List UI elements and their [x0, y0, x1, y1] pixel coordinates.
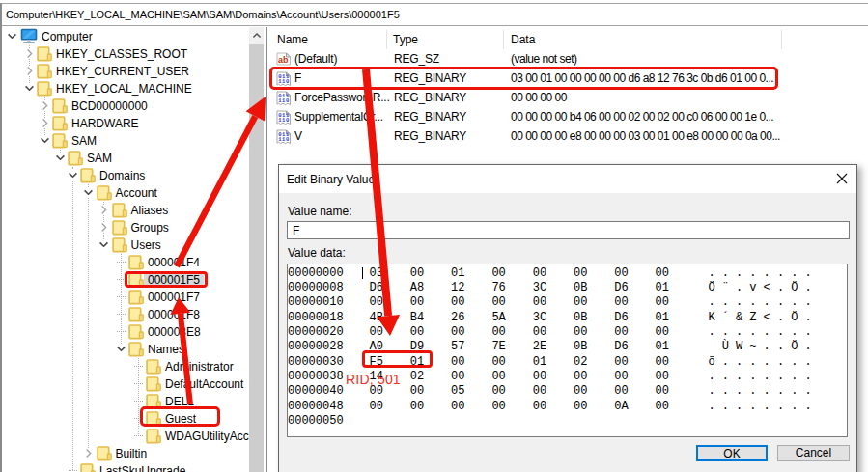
svg-text:110: 110	[278, 97, 290, 104]
svg-text:ab: ab	[278, 54, 289, 64]
svg-text:110: 110	[278, 136, 290, 143]
svg-text:110: 110	[278, 117, 290, 124]
